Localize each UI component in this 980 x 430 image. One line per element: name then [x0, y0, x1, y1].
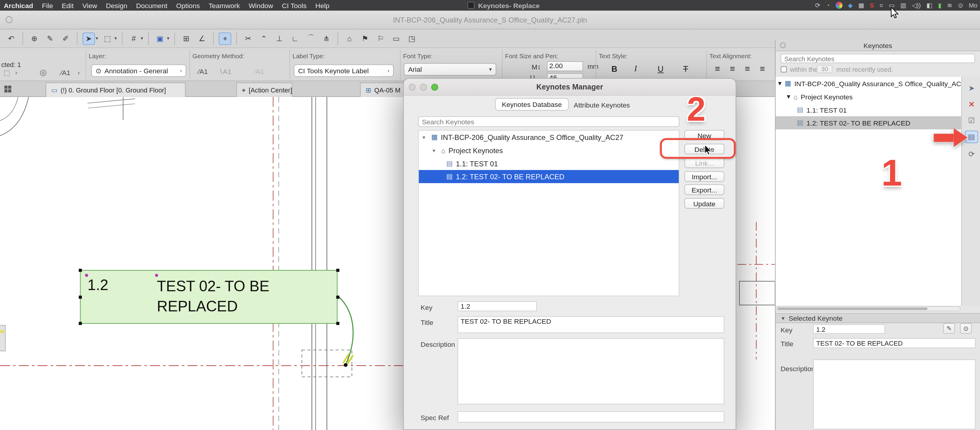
checklist-icon[interactable]: ☑	[965, 114, 978, 127]
mirror-status-icon[interactable]: ◧	[927, 2, 932, 9]
diamond-status-icon[interactable]: ◆	[848, 2, 853, 9]
pen-set-icon[interactable]: ▣	[154, 32, 166, 45]
spotlight-icon[interactable]: ⊙	[958, 2, 963, 9]
select-keynote-icon[interactable]: ➤	[965, 82, 978, 94]
keynote-label-element[interactable]: 1.2 TEST 02- TO BE REPLACED	[80, 270, 337, 324]
corner-icon[interactable]: ∟	[289, 32, 301, 45]
eyedropper-icon[interactable]: ✎	[44, 32, 56, 45]
palette-close-button[interactable]	[780, 43, 786, 48]
align-center-icon[interactable]: ≡	[726, 63, 739, 74]
trim-icon[interactable]: ⊥	[273, 32, 286, 45]
marquee-tool-icon[interactable]: ⬚	[101, 32, 114, 45]
angle-dimension-icon[interactable]: ∠	[196, 32, 208, 45]
menu-view[interactable]: View	[82, 2, 97, 9]
arrow-tool-icon[interactable]: ➤	[83, 32, 95, 45]
menu-file[interactable]: File	[42, 2, 53, 9]
close-window-button[interactable]	[409, 84, 415, 91]
menu-window[interactable]: Window	[249, 2, 273, 9]
disclosure-icon[interactable]: ▾	[778, 79, 782, 87]
zoom-select-icon[interactable]: ⊕	[28, 32, 41, 45]
label-tool-icon[interactable]: ▭	[390, 32, 402, 45]
layer-combo[interactable]: ⊙ Annotation - General ›	[91, 64, 186, 77]
link-button[interactable]: Link...	[684, 158, 724, 168]
italic-button[interactable]: I	[628, 63, 643, 74]
volume-status-icon[interactable]: ◁))	[912, 2, 921, 9]
selected-keynote-header[interactable]: ▼ Selected Keynote	[776, 313, 980, 323]
import-button[interactable]: Import...	[684, 171, 724, 182]
tree-item-test-02-selected[interactable]: ▤ 1.2: TEST 02- TO BE REPLACED	[776, 116, 961, 129]
tree-item-database[interactable]: ▾ ▦ INT-BCP-206_Quality Assurance_S Offi…	[419, 131, 679, 144]
delete-keynote-icon[interactable]: ✕	[965, 98, 978, 111]
hotspot-handle[interactable]	[155, 274, 158, 277]
selection-chevron[interactable]: ›	[14, 67, 19, 77]
app-menu[interactable]: Archicad	[3, 2, 33, 9]
arrow-tool-chevron[interactable]: ▾	[96, 36, 98, 42]
guide-snap-icon[interactable]: ⌖	[219, 32, 231, 45]
label-type-combo[interactable]: CI Tools Keynote Label ›	[294, 64, 394, 77]
strikethrough-button[interactable]: T	[679, 63, 692, 74]
a1-chevron[interactable]: ›	[76, 67, 81, 77]
font-type-combo[interactable]: Arial ▾	[404, 63, 496, 76]
split-icon[interactable]: ⋔	[320, 32, 333, 45]
underline-button[interactable]: U	[654, 63, 668, 74]
dimension-icon[interactable]: ⊞	[180, 32, 192, 45]
spec-ref-field[interactable]	[458, 411, 724, 422]
tab-keynotes-database[interactable]: Keynotes Database	[495, 98, 569, 111]
palette-keynotes-tree[interactable]: ▾ ▦ INT-BCP-206_Quality Assurance_S Offi…	[776, 77, 961, 306]
snap-grid-icon[interactable]: #	[127, 32, 140, 45]
menu-edit[interactable]: Edit	[62, 2, 74, 9]
palette-title-field[interactable]: TEST 02- TO BE REPLACED	[813, 338, 976, 348]
grid-status-icon[interactable]: ▦	[858, 2, 864, 9]
palette-search-input[interactable]	[781, 54, 975, 63]
quick-views-icon[interactable]	[5, 86, 11, 93]
selection-handle[interactable]	[336, 296, 339, 299]
palette-scrollbar[interactable]	[776, 306, 961, 312]
snap-target-icon[interactable]: ◎	[38, 66, 49, 77]
home-icon[interactable]: ⌂	[343, 32, 356, 45]
fillet-icon[interactable]: ⌒	[305, 32, 317, 45]
palette-header[interactable]: Keynotes	[776, 40, 980, 51]
scissors-icon[interactable]: ✂	[242, 32, 255, 45]
font-size-field[interactable]: 2.00	[547, 61, 583, 71]
section-disclosure-icon[interactable]: ▼	[781, 315, 786, 321]
recent-filter-checkbox[interactable]	[781, 66, 787, 73]
injector-icon[interactable]: ✐	[59, 32, 72, 45]
align-left-icon[interactable]: ≡	[711, 63, 724, 74]
tree-item-test-01[interactable]: ▤ 1.1: TEST 01	[419, 157, 679, 170]
palette-key-field[interactable]	[813, 324, 885, 334]
flag-outline-icon[interactable]: ⚐	[374, 32, 387, 45]
window-control[interactable]	[6, 16, 13, 23]
undo-icon[interactable]: ↶	[5, 32, 18, 45]
selection-handle[interactable]	[79, 269, 82, 272]
tab-qa-05[interactable]: ⊞ QA-05 M	[360, 83, 404, 97]
menu-ci-tools[interactable]: CI Tools	[282, 2, 306, 9]
clock-status-icon[interactable]: ◔	[826, 2, 830, 9]
align-justify-icon[interactable]: ≡	[756, 63, 769, 74]
scrollbar-thumb[interactable]	[778, 307, 928, 310]
hash-status-icon[interactable]: ⌗	[880, 2, 883, 9]
export-button[interactable]: Export...	[684, 184, 724, 195]
title-field[interactable]: TEST 02- TO BE REPLACED	[458, 316, 724, 333]
hotspot-handle[interactable]	[85, 274, 88, 277]
tree-item-project-keynotes[interactable]: ▾ ⌂ Project Keynotes	[776, 90, 961, 103]
key-field[interactable]	[458, 301, 537, 311]
sync-status-icon[interactable]: ⟳	[815, 2, 820, 9]
menu-document[interactable]: Document	[136, 2, 167, 9]
tree-item-test-01[interactable]: ▤ 1.1: TEST 01	[776, 103, 961, 116]
recent-count-field[interactable]	[817, 65, 832, 73]
disclosure-icon[interactable]: ▾	[433, 147, 438, 153]
menu-design[interactable]: Design	[106, 2, 127, 9]
tab-ground-floor[interactable]: ▭ (!) 0. Ground Floor [0. Ground Floor]	[46, 83, 186, 97]
pickup-icon[interactable]: ⌃	[258, 32, 270, 45]
s-status-icon[interactable]: S	[870, 2, 874, 9]
menu-help[interactable]: Help	[315, 2, 329, 9]
tree-item-database[interactable]: ▾ ▦ INT-BCP-206_Quality Assurance_S Offi…	[776, 77, 961, 90]
flag-icon[interactable]: ⚑	[359, 32, 371, 45]
edit-keynote-icon[interactable]: ✎	[943, 323, 955, 334]
geometry-method-a-icon[interactable]: ∕A1	[194, 64, 212, 78]
update-button[interactable]: Update	[684, 198, 724, 209]
tab-attribute-keynotes[interactable]: Attribute Keynotes	[574, 101, 630, 109]
marquee-tool-chevron[interactable]: ▾	[115, 36, 117, 42]
snap-grid-chevron[interactable]: ▾	[141, 36, 143, 42]
display-status-icon[interactable]: ▥	[900, 2, 906, 9]
